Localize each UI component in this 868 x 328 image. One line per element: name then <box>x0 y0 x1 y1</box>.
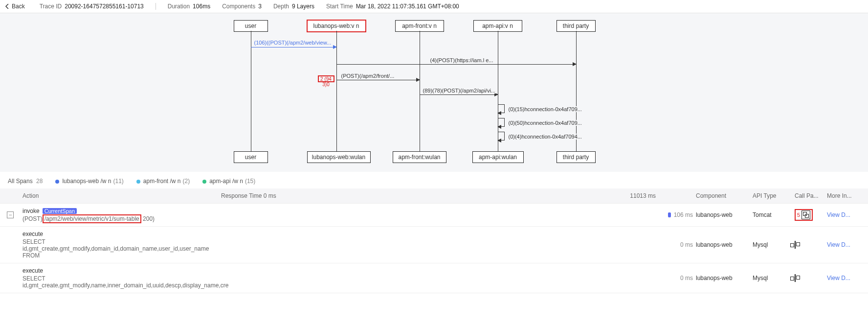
all-spans[interactable]: All Spans 28 <box>8 178 43 185</box>
actor-apmapi-bottom[interactable]: apm-api:wulan <box>472 151 524 163</box>
self-msg-2-label: (0)(50)hconnection-0x4af709... <box>508 120 583 126</box>
msg-user-to-lubanops-label: (106)((POST)(/apm2/web/view... <box>253 40 333 46</box>
start-time-value: Mar 18, 2022 11:07:35.161 GMT+08:00 <box>356 3 459 10</box>
row-rt: 106 ms <box>674 211 693 218</box>
actor-lubanops-top[interactable]: lubanops-web:v n <box>307 20 366 32</box>
row-action-boxed: /apm2/web/view/metric/v1/sum-table <box>43 214 141 223</box>
duration-label: Duration <box>168 3 190 10</box>
legend-dot-icon <box>55 180 59 184</box>
actor-user-bottom[interactable]: user <box>234 151 268 163</box>
row-apitype: Mysql <box>753 241 792 248</box>
msg-redbox-annotation: 2 (94 3)0 <box>318 75 334 82</box>
th-action: Action <box>22 192 218 199</box>
depth-value: 9 Layers <box>292 3 314 10</box>
row-component: lubanops-web <box>696 211 750 218</box>
self-msg-3-label: (0)(4)hconnection-0x4af7094... <box>508 134 583 140</box>
row-expander[interactable]: − <box>7 211 14 218</box>
call-tree-icon[interactable] <box>795 241 796 249</box>
components-label: Components <box>222 3 255 10</box>
row-rt: 0 ms <box>680 275 693 281</box>
current-span-badge: CurrentSpan <box>43 208 77 214</box>
lifeline-apmfront <box>420 31 420 151</box>
span-table-header: Action Response Time 0 ms 11013 ms Compo… <box>0 188 868 204</box>
th-callpa: Call Pa... <box>795 192 824 199</box>
trace-id-label: Trace ID <box>40 3 62 10</box>
th-response-min: Response Time 0 ms <box>221 192 276 199</box>
msg-apmfront-to-apmapi-label: (89)(78)(POST)(/apm2/api/vi... <box>422 88 497 94</box>
msg-lubanops-to-apmfront-label: (POST)(/apm2/front/... <box>340 73 396 79</box>
row-apitype: Mysql <box>753 275 792 281</box>
start-time-label: Start Time <box>326 3 353 10</box>
legend-count: (11) <box>113 178 123 185</box>
sequence-diagram-panel: user lubanops-web:v n apm-front:v n apm-… <box>0 13 868 172</box>
legend-dot-icon <box>136 180 140 184</box>
row-apitype: Tomcat <box>753 211 792 218</box>
call-tree-icon[interactable] <box>795 274 796 282</box>
actor-thirdparty-top[interactable]: third party <box>556 20 596 32</box>
legend-item[interactable]: apm-api /w n(15) <box>202 178 255 185</box>
msg-apmfront-to-apmapi[interactable] <box>420 94 498 95</box>
all-spans-label: All Spans <box>8 178 33 185</box>
lifeline-user <box>251 31 251 151</box>
table-row: executeSELECT id,gmt_create,gmt_modify,n… <box>0 263 868 293</box>
components-value: 3 <box>258 3 262 10</box>
msg-user-to-lubanops[interactable] <box>251 47 336 47</box>
row-component: lubanops-web <box>696 241 750 248</box>
actor-apmapi-top[interactable]: apm-api:v n <box>473 20 522 32</box>
actor-user-top[interactable]: user <box>234 20 268 32</box>
row-action-title: execute <box>22 267 43 274</box>
th-apitype: API Type <box>753 192 792 199</box>
table-row: −invokeCurrentSpan(POST)/apm2/web/view/m… <box>0 204 868 227</box>
row-action-title: invoke <box>22 208 40 214</box>
depth-field: Depth 9 Layers <box>273 3 314 10</box>
row-action-title: execute <box>22 231 43 237</box>
row-rt: 0 ms <box>680 241 693 248</box>
legend-count: (15) <box>245 178 255 185</box>
row-view-detail-link[interactable]: View D... <box>827 275 861 281</box>
row-view-detail-link[interactable]: View D... <box>827 211 861 218</box>
legend-name: apm-api /w n <box>209 178 243 185</box>
divider <box>156 3 156 10</box>
sequence-diagram: user lubanops-web:v n apm-front:v n apm-… <box>234 20 635 167</box>
msg-lubanops-to-thirdparty[interactable] <box>336 64 576 65</box>
row-action-detail: SELECT id,gmt_create,gmt_modify,name,inn… <box>22 275 218 289</box>
self-msg-2[interactable] <box>498 118 505 127</box>
rt-bar-icon <box>668 212 671 217</box>
depth-label: Depth <box>273 3 289 10</box>
msg-lubanops-to-thirdparty-label: (4)(POST)(https://iam.l e... <box>429 57 494 63</box>
actor-apmfront-top[interactable]: apm-front:v n <box>395 20 444 32</box>
duration-value: 106ms <box>193 3 210 10</box>
self-msg-1-label: (0)(15)hconnection-0x4af709... <box>508 106 583 112</box>
row-component: lubanops-web <box>696 275 750 281</box>
legend-name: lubanops-web /w n <box>62 178 111 185</box>
th-response-max: 11013 ms <box>630 192 656 199</box>
th-more: More In... <box>827 192 861 199</box>
msg-lubanops-to-apmfront[interactable] <box>336 80 420 80</box>
actor-lubanops-bottom[interactable]: lubanops-web:wulan <box>307 151 371 163</box>
all-spans-count: 28 <box>36 178 43 185</box>
table-row: executeSELECT id,gmt_create,gmt_modify,d… <box>0 227 868 263</box>
legend-item[interactable]: apm-front /w n(2) <box>136 178 190 185</box>
start-time-field: Start Time Mar 18, 2022 11:07:35.161 GMT… <box>326 3 459 10</box>
legend-item[interactable]: lubanops-web /w n(11) <box>55 178 123 185</box>
row-callpa-boxed[interactable]: 5 <box>795 209 813 221</box>
trace-id-value: 20092-1647572855161-10713 <box>65 3 144 10</box>
back-button[interactable]: Back <box>2 3 28 10</box>
duration-field: Duration 106ms <box>168 3 210 10</box>
chevron-left-icon <box>5 4 10 9</box>
trace-header: Back Trace ID 20092-1647572855161-10713 … <box>0 0 868 13</box>
actor-thirdparty-bottom[interactable]: third party <box>556 151 596 163</box>
legend-count: (2) <box>183 178 190 185</box>
row-view-detail-link[interactable]: View D... <box>827 241 861 248</box>
actor-apmfront-bottom[interactable]: apm-front:wulan <box>393 151 446 163</box>
components-field: Components 3 <box>222 3 262 10</box>
self-msg-3[interactable] <box>498 132 505 141</box>
th-response: Response Time 0 ms 11013 ms <box>221 192 656 199</box>
back-label: Back <box>12 3 25 10</box>
call-tree-icon <box>801 211 810 219</box>
row-action-detail: SELECT id,gmt_create,gmt_modify,domain_i… <box>22 238 218 259</box>
span-table-body: −invokeCurrentSpan(POST)/apm2/web/view/m… <box>0 204 868 293</box>
legend-name: apm-front /w n <box>143 178 181 185</box>
legend-dot-icon <box>202 180 206 184</box>
self-msg-1[interactable] <box>498 104 505 113</box>
